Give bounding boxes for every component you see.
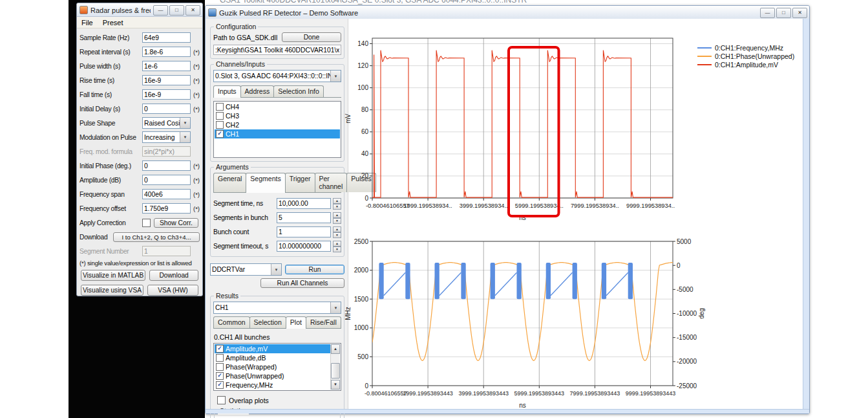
maximize-button[interactable]: □ (169, 5, 184, 16)
rise-time-s-input[interactable] (142, 75, 191, 85)
overlap-plots-checkbox[interactable] (217, 396, 226, 404)
top-chart-plot-area[interactable] (372, 38, 673, 198)
channels-tab-address[interactable]: Address (240, 85, 275, 97)
svg-text:MHz: MHz (344, 307, 352, 320)
star-note: (*) (191, 77, 200, 84)
svg-text:-10000: -10000 (677, 310, 697, 317)
plot-item-frequency-mhz[interactable]: ✓Frequency,MHz (215, 380, 330, 390)
repeat-interval-s-input[interactable] (142, 47, 191, 57)
pulse-width-s-input[interactable] (142, 61, 191, 71)
run-all-channels-button[interactable]: Run All Channels (260, 278, 344, 288)
radar-menubar: File Preset (77, 17, 202, 28)
channel-checkbox-ch1[interactable]: ✓ (216, 130, 224, 138)
pulse-shape-dropdown[interactable]: Raised Cosi...▼ (142, 117, 191, 129)
plot-checkbox-phase-unwrapped[interactable]: ✓ (216, 372, 224, 380)
download-button[interactable]: Download (149, 270, 198, 281)
sdk-path-label: Path to GSA_SDK.dll (213, 34, 279, 41)
svg-text:7999.199538934..: 7999.199538934.. (571, 203, 619, 209)
svg-text:1999.19953893443: 1999.19953893443 (403, 390, 453, 397)
pulse-shape-row: Pulse ShapeRaised Cosi...▼ (77, 116, 202, 130)
minimize-button[interactable]: — (153, 5, 168, 16)
legend-entry-0-ch1-amplitude-mv: 0:CH1:Amplitude,mV (697, 60, 794, 69)
apply-correction-checkbox[interactable] (142, 219, 151, 227)
initial-delay-s-label: Initial Delay (s) (79, 105, 142, 113)
vsa-hw-button[interactable]: VSA (HW) (147, 285, 198, 296)
footnote: (*) single value/expression or list is a… (77, 258, 202, 268)
done-button[interactable]: Done (282, 32, 341, 42)
plot-checkbox-phase-wrapped[interactable] (216, 363, 224, 371)
chevron-down-icon[interactable]: ▼ (180, 132, 190, 142)
segments-in-bunch-input[interactable] (277, 212, 331, 223)
plot-item-amplitude-db[interactable]: Amplitude,dB (215, 353, 330, 362)
function-dropdown[interactable]: DDCRTVar ▼ (210, 263, 282, 276)
plot-checkbox-amplitude-db[interactable] (216, 354, 224, 362)
svg-text:100: 100 (357, 84, 368, 91)
modulation-on-pulse-dropdown[interactable]: Increasing▼ (142, 131, 191, 143)
freq-mod-formula-input[interactable] (142, 146, 191, 157)
results-tab-plot[interactable]: Plot (286, 316, 306, 329)
channel-checkbox-ch3[interactable] (216, 112, 224, 120)
channel-item-ch1[interactable]: ✓CH1 (215, 129, 340, 138)
segment-time-ns-input[interactable] (277, 198, 331, 209)
guzik-window-titlebar[interactable]: Guzik Pulsed RF Detector – Demo Software… (206, 6, 809, 19)
channel-item-ch3[interactable]: CH3 (215, 111, 340, 120)
chevron-down-icon[interactable]: ▼ (271, 264, 281, 275)
fall-time-s-input[interactable] (142, 89, 191, 100)
ghost-artifact: GSA1 Toolkit 460DDCVAR101\x64\GSA_SE 0.S… (220, 0, 527, 5)
initial-delay-s-row: Initial Delay (s)(*) (77, 102, 202, 116)
minimize-button[interactable]: — (760, 8, 775, 18)
close-icon[interactable]: ✕ (185, 5, 200, 16)
window-right-border (803, 19, 809, 413)
close-icon[interactable]: ✕ (792, 8, 807, 18)
plot-item-amplitude-mv[interactable]: ✓Amplitude,mV (215, 344, 330, 353)
maximize-button[interactable]: □ (776, 8, 791, 18)
fall-time-s-label: Fall time (s) (79, 91, 142, 98)
segment-number-input[interactable] (142, 246, 191, 256)
results-tab-common[interactable]: Common (213, 316, 250, 328)
results-tab-selection[interactable]: Selection (249, 316, 286, 328)
initial-phase-deg-input[interactable] (142, 160, 191, 171)
channel-checkbox-ch2[interactable] (216, 121, 224, 129)
channel-item-ch4[interactable]: CH4 (215, 102, 340, 111)
sdk-path-input[interactable] (213, 45, 341, 55)
menu-preset[interactable]: Preset (103, 19, 123, 27)
star-note: (*) (191, 91, 200, 98)
segment-timeout-s-input[interactable] (277, 241, 331, 252)
channel-listbox: CH4CH3CH2✓CH1 (213, 101, 341, 158)
arguments-tab-trigger[interactable]: Trigger (285, 173, 315, 192)
channel-label: CH1 (226, 130, 239, 138)
arguments-tab-general[interactable]: General (213, 173, 246, 192)
initial-delay-s-input[interactable] (142, 104, 191, 114)
channel-checkbox-ch4[interactable] (216, 103, 224, 111)
chevron-down-icon[interactable]: ▼ (180, 118, 190, 128)
bunch-count-input[interactable] (277, 226, 331, 237)
channels-tab-inputs[interactable]: Inputs (213, 85, 241, 98)
plot-item-phase-unwrapped[interactable]: ✓Phase(Unwrapped) (215, 371, 330, 380)
svg-text:-0.80046106557: -0.80046106557 (366, 203, 410, 209)
radar-window-titlebar[interactable]: Radar pulses & freq... — □ ✕ (77, 3, 202, 17)
segment-timeout-s-row: Segment timeout, s▲▼ (213, 239, 341, 253)
amplitude-db-input[interactable] (142, 175, 191, 185)
menu-file[interactable]: File (81, 19, 93, 27)
arguments-tab-segments[interactable]: Segments (246, 173, 285, 193)
segments-in-bunch-row: Segments in bunch▲▼ (213, 210, 341, 225)
show-corr-button[interactable]: Show Corr. (154, 218, 198, 228)
sample-rate-hz-input[interactable] (142, 32, 191, 43)
bottom-chart-plot-area[interactable] (372, 241, 673, 386)
svg-text:3999.19953893443: 3999.19953893443 (458, 390, 509, 397)
frequency-offset-input[interactable] (142, 203, 191, 214)
device-dropdown[interactable]: 0.Slot 3, GSA ADC 6044:PXI43::0::0::INST… (213, 70, 341, 82)
frequency-span-input[interactable] (142, 189, 191, 199)
legend-label: 0:CH1:Frequency,MHz (715, 44, 783, 52)
plot-checkbox-frequency-mhz[interactable]: ✓ (216, 381, 224, 389)
channels-tab-selection-info[interactable]: Selection Info (273, 85, 324, 97)
results-channel-dropdown[interactable]: CH1 ▼ (213, 302, 341, 314)
visualize-using-vsa-button[interactable]: Visualize using VSA (81, 285, 143, 296)
i-to-ch1-2-q-to-ch3-4-button[interactable]: I to Ch1+2, Q to Ch3+4... (113, 232, 200, 242)
initial-phase-deg-row: Initial Phase (deg.)(*) (77, 159, 202, 173)
channel-item-ch2[interactable]: CH2 (215, 120, 340, 129)
svg-text:5000: 5000 (677, 238, 692, 245)
visualize-in-matlab-button[interactable]: Visualize in MATLAB (81, 270, 145, 281)
plot-item-phase-wrapped[interactable]: Phase(Wrapped) (215, 362, 330, 371)
plot-checkbox-amplitude-mv[interactable]: ✓ (216, 345, 224, 353)
